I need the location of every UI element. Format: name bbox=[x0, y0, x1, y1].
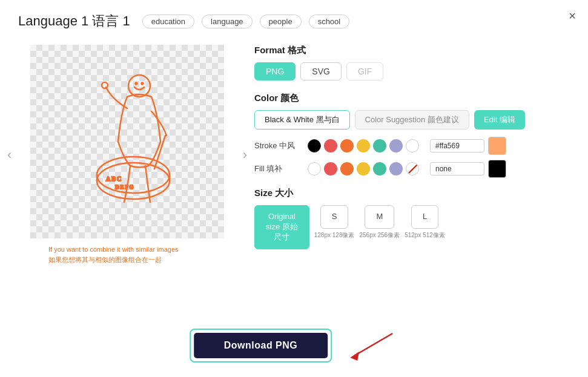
stroke-label: Stroke 中风 bbox=[254, 140, 303, 151]
fill-swatch-none[interactable] bbox=[406, 162, 419, 175]
svg-point-2 bbox=[142, 83, 144, 85]
controls: Format 格式 PNG SVG GIF Color 颜色 Black & W… bbox=[254, 45, 570, 264]
stroke-swatch-teal[interactable] bbox=[373, 139, 386, 152]
close-button[interactable]: × bbox=[569, 10, 576, 22]
download-btn-wrapper: Download PNG bbox=[190, 329, 332, 362]
format-svg-button[interactable]: SVG bbox=[300, 62, 342, 80]
header: Language 1 语言 1 education language peopl… bbox=[18, 12, 570, 30]
color-buttons: Black & White 黑与白 Color Suggestion 颜色建议 … bbox=[254, 110, 570, 129]
svg-marker-12 bbox=[350, 352, 359, 361]
size-m-wrap: M 256px 256像素 bbox=[359, 205, 400, 240]
size-m-sub: 256px 256像素 bbox=[359, 231, 400, 240]
svg-point-3 bbox=[102, 82, 108, 88]
size-label: Size 大小 bbox=[254, 188, 570, 199]
svg-text:D E F G: D E F G bbox=[115, 184, 134, 190]
fill-swatch-white[interactable] bbox=[308, 162, 321, 175]
image-caption: If you want to combine it with similar i… bbox=[48, 244, 182, 264]
size-l-sub: 512px 512像素 bbox=[405, 231, 445, 240]
edit-button[interactable]: Edit 编辑 bbox=[474, 110, 525, 129]
fill-swatch-purple[interactable] bbox=[389, 162, 403, 175]
fill-row: Fill 填补 bbox=[254, 160, 570, 178]
fill-preview-swatch bbox=[488, 160, 506, 178]
stroke-swatch-black[interactable] bbox=[308, 139, 321, 152]
fill-swatch-teal[interactable] bbox=[373, 162, 386, 175]
size-buttons: Originalsize 原始尺寸 S 128px 128像素 M 256px … bbox=[254, 205, 570, 249]
svg-point-0 bbox=[128, 75, 150, 97]
tag-school[interactable]: school bbox=[309, 15, 350, 28]
stroke-swatch-white[interactable] bbox=[406, 139, 419, 152]
format-section: Format 格式 PNG SVG GIF bbox=[254, 45, 570, 80]
caption-zh: 如果您想将其与相似的图像组合在一起 bbox=[48, 256, 162, 263]
main-content: ‹ bbox=[18, 45, 570, 264]
stroke-swatches bbox=[308, 139, 419, 152]
svg-text:A B C: A B C bbox=[106, 175, 121, 182]
tag-education[interactable]: education bbox=[142, 15, 194, 28]
format-label: Format 格式 bbox=[254, 45, 570, 56]
image-container: A B C D E F G bbox=[30, 45, 224, 238]
suggestion-button[interactable]: Color Suggestion 颜色建议 bbox=[355, 110, 469, 129]
format-buttons: PNG SVG GIF bbox=[254, 62, 570, 80]
stroke-swatch-yellow[interactable] bbox=[357, 139, 370, 152]
next-button[interactable]: › bbox=[243, 147, 247, 163]
color-label: Color 颜色 bbox=[254, 93, 570, 104]
format-png-button[interactable]: PNG bbox=[254, 62, 296, 80]
prev-button[interactable]: ‹ bbox=[7, 147, 12, 163]
fill-swatch-orange[interactable] bbox=[340, 162, 354, 175]
fill-swatch-red[interactable] bbox=[324, 162, 337, 175]
bw-button[interactable]: Black & White 黑与白 bbox=[254, 110, 350, 129]
fill-value-box bbox=[430, 160, 506, 178]
size-l-button[interactable]: L bbox=[411, 205, 438, 229]
fill-swatches bbox=[308, 162, 419, 175]
tag-people[interactable]: people bbox=[260, 15, 302, 28]
size-s-wrap: S 128px 128像素 bbox=[314, 205, 355, 240]
fill-swatch-yellow[interactable] bbox=[357, 162, 370, 175]
size-s-sub: 128px 128像素 bbox=[314, 231, 355, 240]
tag-language[interactable]: language bbox=[202, 15, 253, 28]
image-area: ‹ bbox=[18, 45, 236, 264]
format-gif-button: GIF bbox=[346, 62, 383, 80]
caption-en: If you want to combine it with similar i… bbox=[48, 246, 179, 253]
arrow-icon bbox=[344, 330, 398, 361]
dialog-title: Language 1 语言 1 bbox=[18, 12, 130, 30]
fill-label: Fill 填补 bbox=[254, 163, 303, 174]
dialog: Language 1 语言 1 education language peopl… bbox=[0, 0, 588, 377]
size-original-wrap: Originalsize 原始尺寸 bbox=[254, 205, 309, 249]
size-l-wrap: L 512px 512像素 bbox=[405, 205, 445, 240]
illustration-svg: A B C D E F G bbox=[67, 63, 188, 220]
stroke-swatch-purple[interactable] bbox=[389, 139, 403, 152]
stroke-hex-input[interactable] bbox=[430, 139, 484, 152]
stroke-swatch-orange[interactable] bbox=[340, 139, 354, 152]
svg-point-1 bbox=[136, 83, 137, 85]
size-s-button[interactable]: S bbox=[320, 205, 349, 229]
fill-text-input[interactable] bbox=[430, 162, 484, 175]
stroke-row: Stroke 中风 bbox=[254, 137, 570, 155]
svg-line-11 bbox=[356, 333, 392, 355]
color-section: Color 颜色 Black & White 黑与白 Color Suggest… bbox=[254, 93, 570, 178]
size-section: Size 大小 Originalsize 原始尺寸 S 128px 128像素 … bbox=[254, 188, 570, 249]
size-original-button[interactable]: Originalsize 原始尺寸 bbox=[254, 205, 309, 249]
stroke-swatch-red[interactable] bbox=[324, 139, 337, 152]
stroke-value-box bbox=[430, 137, 506, 155]
download-button[interactable]: Download PNG bbox=[194, 333, 328, 358]
download-section: Download PNG bbox=[190, 329, 399, 362]
stroke-preview-swatch bbox=[488, 137, 506, 155]
size-m-button[interactable]: M bbox=[365, 205, 394, 229]
